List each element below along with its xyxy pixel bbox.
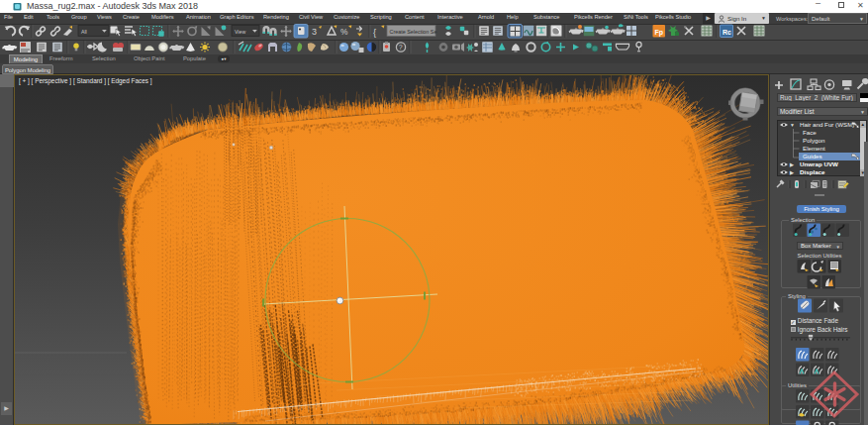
svg-text:View: View bbox=[235, 29, 245, 35]
svg-text:All: All bbox=[81, 29, 87, 35]
svg-text:Rc: Rc bbox=[723, 29, 731, 36]
svg-text:{: { bbox=[373, 27, 376, 38]
svg-text:[ + ] [ Perspective ] [ Standa: [ + ] [ Perspective ] [ Standard ] [ Edg… bbox=[19, 77, 152, 85]
svg-text:Fp: Fp bbox=[655, 29, 664, 37]
svg-text:%: % bbox=[340, 27, 348, 37]
svg-text:Create Selection Se: Create Selection Se bbox=[390, 29, 437, 35]
svg-text:?: ? bbox=[399, 44, 403, 51]
svg-text:3: 3 bbox=[312, 27, 317, 37]
